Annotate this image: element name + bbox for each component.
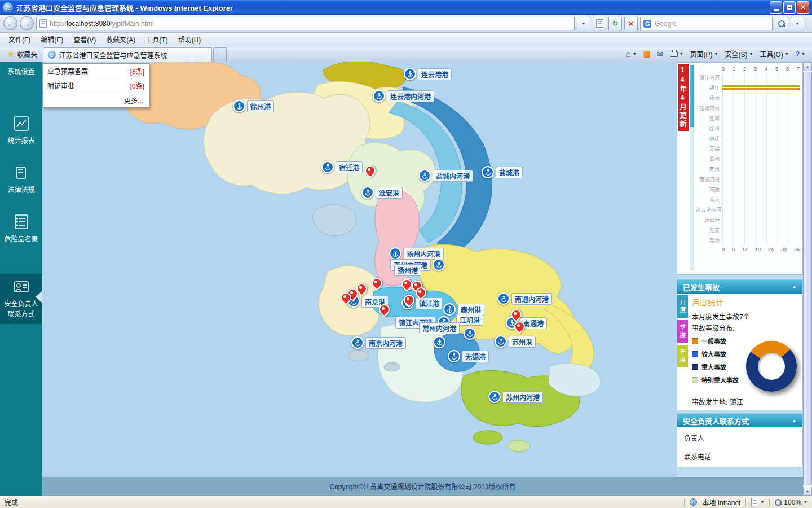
- print-button[interactable]: ▼: [670, 51, 683, 57]
- scroll-up-button[interactable]: ▲: [803, 62, 812, 71]
- menu-item[interactable]: 收藏夹(A): [101, 33, 140, 46]
- vertical-scrollbar[interactable]: ▲ ▼: [803, 62, 812, 496]
- port-label: 连云港港: [418, 68, 452, 80]
- zoom-control[interactable]: 100% ▼: [775, 498, 807, 506]
- scroll-down-button[interactable]: ▼: [803, 487, 812, 496]
- search-dropdown-button[interactable]: ▼: [791, 17, 804, 30]
- magnifier-icon: [778, 20, 785, 27]
- read-mail-button[interactable]: ✉: [657, 50, 663, 58]
- anchor-icon: [448, 350, 460, 362]
- search-button[interactable]: [775, 17, 788, 30]
- chart-scrollbar-thumb[interactable]: [690, 65, 694, 127]
- contacts-panel-header[interactable]: 安全负责人联系方式 ▲: [677, 414, 802, 427]
- port-label: 江阴港: [456, 314, 483, 326]
- chart-scrollbar[interactable]: [690, 65, 694, 270]
- legend-label: 一般事故: [701, 336, 726, 345]
- maximize-button[interactable]: [783, 1, 796, 14]
- sidebar-item-dangerous-goods[interactable]: 危险品名录: [0, 209, 42, 249]
- axis-tick: 24: [768, 247, 774, 253]
- axis-tick: 1: [732, 66, 735, 73]
- popup-more-link[interactable]: 更多...: [43, 93, 149, 107]
- accident-tab-0[interactable]: 月度: [677, 295, 688, 318]
- back-button[interactable]: ←: [3, 16, 17, 30]
- chart-row: 扬州: [696, 93, 800, 103]
- page-tab[interactable]: e 江苏省港口安全监管与应急管理系统: [43, 47, 212, 62]
- chart-row: 常州: [696, 235, 800, 246]
- page-menu-button[interactable]: 页面(P)▼: [690, 49, 718, 59]
- menu-item[interactable]: 文件(F): [3, 33, 36, 46]
- sidebar-item-system-settings[interactable]: 系统设置: [0, 62, 42, 81]
- legend-label: 较大事故: [701, 349, 726, 358]
- sidebar-item-label: 法律法规: [7, 185, 34, 195]
- forward-button[interactable]: →: [20, 16, 34, 30]
- sidebar-item-safety-contacts[interactable]: 安全负责人联系方式: [0, 274, 42, 324]
- favorites-button-label: 收藏夹: [17, 49, 38, 59]
- province-map[interactable]: 连云港港连云港内河港徐州港宿迁港淮安港盐城内河港盐城港扬州内河港泰州内河港扬州港…: [42, 62, 677, 477]
- compatibility-view-button[interactable]: [593, 17, 606, 30]
- feeds-button[interactable]: [643, 51, 650, 58]
- close-button[interactable]: ×: [797, 1, 809, 14]
- contacts-header-label: 安全负责人联系方式: [683, 415, 749, 426]
- refresh-button[interactable]: ↻: [608, 17, 622, 30]
- tools-menu-button[interactable]: 工具(O)▼: [760, 49, 788, 59]
- accident-tab-2[interactable]: 年度: [677, 345, 688, 367]
- legend-label: 特别重大事故: [701, 375, 739, 384]
- menu-bar: 文件(F)编辑(E)查看(V)收藏夹(A)工具(T)帮助(H): [0, 33, 812, 46]
- legend-item: 重大事故: [692, 362, 753, 371]
- chart-category-label: 连云港内河: [696, 205, 722, 215]
- stop-button[interactable]: ×: [624, 17, 638, 30]
- chart-category-label: 常州: [696, 235, 722, 246]
- chart-row-plot: [722, 205, 800, 215]
- safety-menu-button[interactable]: 安全(S)▼: [725, 49, 753, 59]
- menu-item[interactable]: 编辑(E): [36, 33, 68, 46]
- chart-row-plot: [722, 174, 800, 185]
- collapse-arrow-icon[interactable]: ▲: [792, 284, 797, 290]
- menu-item[interactable]: 查看(V): [68, 33, 101, 46]
- accidents-body: 月度季度年度 月度统计 本月度发生事故7个 事故等级分布: 一般事故较大事故重大…: [677, 294, 802, 410]
- help-button[interactable]: ?▼: [796, 50, 805, 58]
- sidebar-item-laws[interactable]: 法律法规: [0, 160, 42, 200]
- menu-item[interactable]: 工具(T): [140, 33, 173, 46]
- tab-bar: ★ 收藏夹 e 江苏省港口安全监管与应急管理系统 ⌂▼ ✉ ▼ 页面(P)▼ 安…: [0, 46, 812, 62]
- popup-menu-item[interactable]: 附证审批[0条]: [43, 78, 149, 93]
- anchor-icon: [418, 169, 431, 182]
- address-input[interactable]: http://localhost:8080/yjpt/Main.html: [36, 17, 575, 30]
- chart-row: 苏州: [696, 164, 800, 174]
- minimize-button[interactable]: [770, 1, 782, 14]
- tab-title: 江苏省港口安全监管与应急管理系统: [59, 50, 167, 60]
- favorites-button[interactable]: ★ 收藏夹: [2, 47, 43, 62]
- popup-menu-item[interactable]: 应急预案备案[8条]: [43, 64, 149, 78]
- axis-tick: 36: [794, 247, 800, 253]
- chart-bottom-axis: 061218243036: [722, 247, 800, 253]
- right-panel-column: 14年4月更新 01234567 镇江内河镇江扬州盐城内河盐城徐州宿迁无锡泰州苏…: [677, 62, 803, 477]
- chart-row-plot: [722, 144, 800, 154]
- chart-row-plot: [722, 235, 800, 246]
- accident-tabs: 月度季度年度: [677, 295, 688, 367]
- port-label: 苏州港: [509, 336, 536, 348]
- url-protocol: http://: [50, 20, 67, 28]
- home-button[interactable]: ⌂▼: [626, 49, 637, 59]
- search-input[interactable]: G Google: [640, 17, 773, 30]
- chart-row-plot: [722, 113, 800, 124]
- safety-menu-label: 安全(S): [725, 49, 748, 59]
- accident-tab-1[interactable]: 季度: [677, 320, 688, 343]
- anchor-icon: [233, 100, 245, 112]
- anchor-icon: [495, 335, 507, 348]
- address-dropdown-button[interactable]: ▼: [577, 17, 590, 30]
- axis-tick: 12: [742, 247, 748, 253]
- new-tab-stub[interactable]: [213, 47, 227, 62]
- scrollbar-thumb[interactable]: [803, 72, 812, 485]
- chart-row-plot: [722, 83, 800, 93]
- popup-item-label: 应急预案备案: [47, 66, 88, 76]
- sidebar-item-statistics[interactable]: 统计报表: [0, 111, 42, 151]
- accidents-panel-header[interactable]: 已发生事故 ▲: [677, 280, 802, 294]
- page-zoom-icon-button[interactable]: ▼: [751, 498, 764, 506]
- menu-item[interactable]: 帮助(H): [173, 33, 206, 46]
- magnifier-icon: [775, 499, 782, 506]
- mail-icon: ✉: [657, 50, 663, 58]
- contact-rows: 负责人联系电话: [677, 427, 802, 476]
- collapse-arrow-icon[interactable]: ▲: [792, 418, 797, 423]
- legend-swatch: [692, 377, 698, 383]
- accidents-panel: 已发生事故 ▲ 月度季度年度 月度统计 本月度发生事故7个 事故等级分布: 一般…: [677, 279, 803, 410]
- chart-category-label: 无锡: [696, 144, 722, 154]
